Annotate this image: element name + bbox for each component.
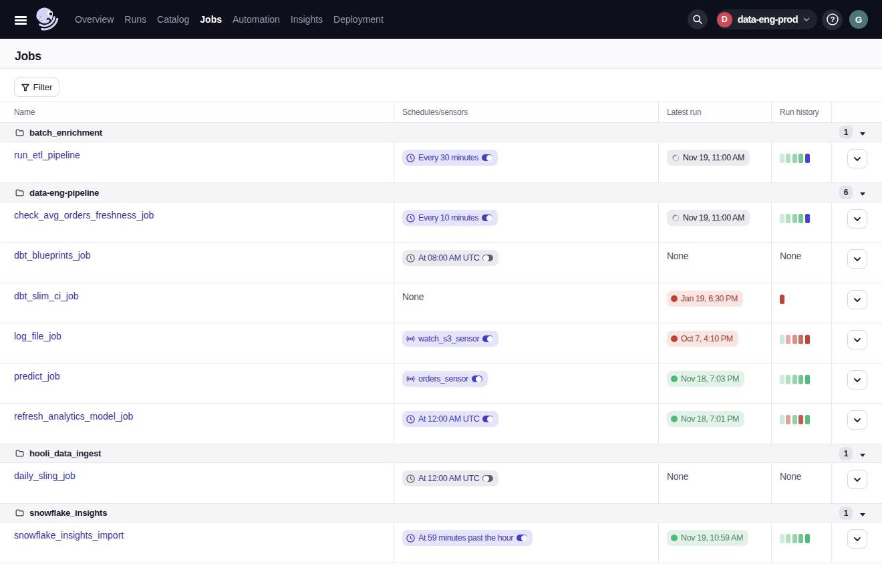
svg-text:?: ? (830, 15, 835, 23)
